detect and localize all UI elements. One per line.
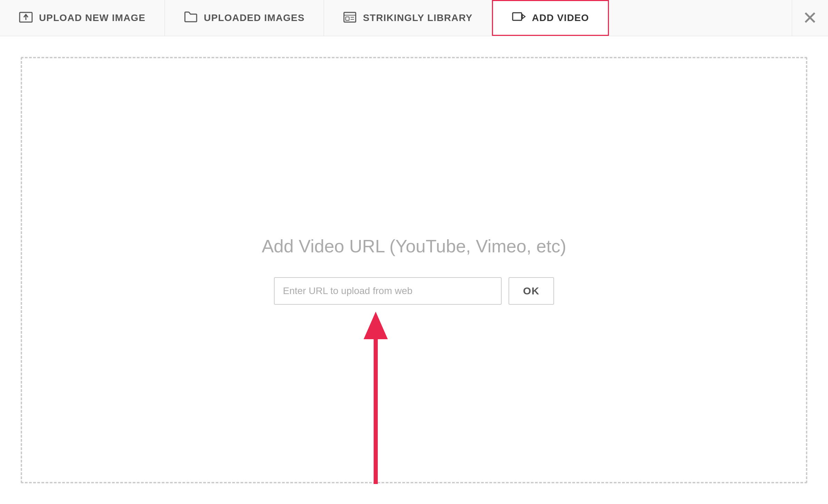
video-icon xyxy=(512,10,526,26)
tab-strikingly-library[interactable]: STRIKINGLY LIBRARY xyxy=(324,0,492,36)
arrow-svg xyxy=(357,305,398,484)
content-title: Add Video URL (YouTube, Vimeo, etc) xyxy=(262,236,566,256)
tab-uploaded-images[interactable]: UPLOADED IMAGES xyxy=(165,0,324,36)
close-button[interactable]: ✕ xyxy=(792,0,828,36)
svg-rect-7 xyxy=(513,13,522,20)
ok-button[interactable]: OK xyxy=(509,277,554,305)
tab-upload-new-image-label: UPLOAD NEW IMAGE xyxy=(39,12,146,23)
svg-rect-4 xyxy=(346,17,349,20)
tab-bar: UPLOAD NEW IMAGE UPLOADED IMAGES STR xyxy=(0,0,828,36)
arrow-indicator xyxy=(357,305,398,484)
svg-marker-8 xyxy=(522,14,525,19)
close-icon: ✕ xyxy=(802,8,818,28)
tab-add-video[interactable]: ADD VIDEO xyxy=(492,0,609,36)
folder-icon xyxy=(184,10,198,26)
tab-uploaded-images-label: UPLOADED IMAGES xyxy=(204,12,305,23)
url-input[interactable] xyxy=(274,277,502,305)
upload-area: Add Video URL (YouTube, Vimeo, etc) OK xyxy=(21,57,807,483)
url-input-row: OK xyxy=(274,277,554,305)
library-icon xyxy=(343,10,357,26)
svg-marker-10 xyxy=(364,312,388,339)
tab-add-video-label: ADD VIDEO xyxy=(532,12,589,23)
upload-icon xyxy=(19,10,33,26)
modal: UPLOAD NEW IMAGE UPLOADED IMAGES STR xyxy=(0,0,828,504)
tab-strikingly-library-label: STRIKINGLY LIBRARY xyxy=(363,12,473,23)
main-content: Add Video URL (YouTube, Vimeo, etc) OK xyxy=(0,36,828,504)
tab-upload-new-image[interactable]: UPLOAD NEW IMAGE xyxy=(0,0,165,36)
